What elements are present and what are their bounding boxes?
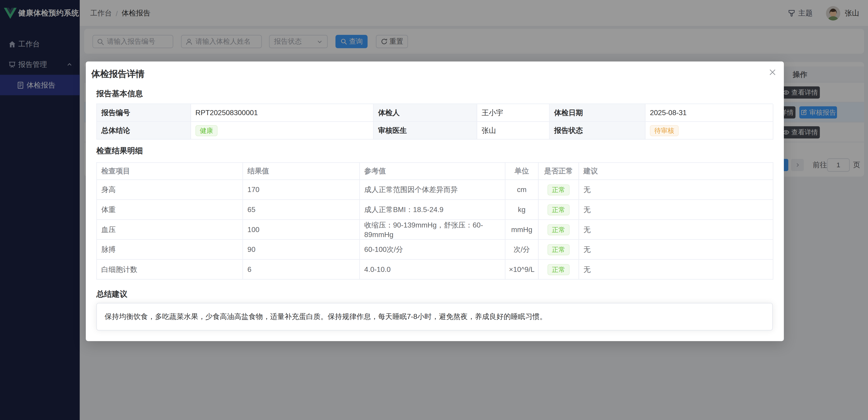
summary-section-title: 总结建议 <box>96 290 127 300</box>
reference-cell: 60-100次/分 <box>360 240 505 260</box>
close-button[interactable] <box>767 67 777 77</box>
result-row: 身高 170 成人正常范围因个体差异而异 cm 正常 无 <box>97 180 773 200</box>
value-cell: 65 <box>243 200 360 219</box>
value-cell: 6 <box>243 259 360 279</box>
item-cell: 血压 <box>97 219 243 240</box>
column-header: 建议 <box>579 162 773 180</box>
value-cell: 100 <box>243 219 360 240</box>
column-header: 单位 <box>505 162 538 180</box>
column-header: 参考值 <box>360 162 505 180</box>
column-header: 结果值 <box>243 162 360 180</box>
advice-cell: 无 <box>579 200 773 219</box>
column-header: 是否正常 <box>538 162 579 180</box>
advice-cell: 无 <box>579 259 773 279</box>
date-value: 2025-08-31 <box>646 104 773 122</box>
result-row: 体重 65 成人正常BMI：18.5-24.9 kg 正常 无 <box>97 200 773 219</box>
report-no-value: RPT202508300001 <box>191 104 374 122</box>
unit-cell: kg <box>505 200 538 219</box>
normal-badge: 正常 <box>548 224 569 235</box>
results-section-title: 检查结果明细 <box>96 146 143 156</box>
field-label: 审核医生 <box>374 122 477 140</box>
unit-cell: mmHg <box>505 219 538 240</box>
value-cell: 170 <box>243 180 360 200</box>
field-label: 体检人 <box>374 104 477 122</box>
person-value: 王小宇 <box>477 104 550 122</box>
health-status-badge: 健康 <box>195 125 217 136</box>
normal-badge: 正常 <box>548 244 569 255</box>
report-status-value: 待审核 <box>646 122 773 140</box>
normal-cell: 正常 <box>538 200 579 219</box>
advice-cell: 无 <box>579 180 773 200</box>
item-cell: 身高 <box>97 180 243 200</box>
result-row: 白细胞计数 6 4.0-10.0 ×10^9/L 正常 无 <box>97 259 773 279</box>
result-row: 血压 100 收缩压：90-139mmHg，舒张压：60-89mmHg mmHg… <box>97 219 773 240</box>
normal-cell: 正常 <box>538 240 579 260</box>
results-header-row: 检查项目 结果值 参考值 单位 是否正常 建议 <box>97 162 773 180</box>
reference-cell: 收缩压：90-139mmHg，舒张压：60-89mmHg <box>360 219 505 240</box>
unit-cell: ×10^9/L <box>505 259 538 279</box>
normal-badge: 正常 <box>548 184 569 195</box>
field-label: 总体结论 <box>97 122 191 140</box>
reference-cell: 成人正常范围因个体差异而异 <box>360 180 505 200</box>
normal-cell: 正常 <box>538 180 579 200</box>
normal-badge: 正常 <box>548 264 569 275</box>
unit-cell: 次/分 <box>505 240 538 260</box>
report-detail-dialog: 体检报告详情 报告基本信息 报告编号 RPT202508300001 体检人 王… <box>86 61 784 341</box>
item-cell: 白细胞计数 <box>97 259 243 279</box>
reference-cell: 4.0-10.0 <box>360 259 505 279</box>
summary-text: 保持均衡饮食，多吃蔬菜水果，少食高油高盐食物，适量补充蛋白质。保持规律作息，每天… <box>105 312 547 322</box>
item-cell: 脉搏 <box>97 240 243 260</box>
app-root: 健康体检预约系统 工作台 报告管理 <box>0 0 868 420</box>
summary-box: 保持均衡饮食，多吃蔬菜水果，少食高油高盐食物，适量补充蛋白质。保持规律作息，每天… <box>96 303 773 331</box>
normal-badge: 正常 <box>548 204 569 215</box>
advice-cell: 无 <box>579 240 773 260</box>
field-label: 报告编号 <box>97 104 191 122</box>
field-label: 体检日期 <box>550 104 646 122</box>
field-label: 报告状态 <box>550 122 646 140</box>
normal-cell: 正常 <box>538 259 579 279</box>
pending-review-badge: 待审核 <box>650 125 679 136</box>
basic-info-grid: 报告编号 RPT202508300001 体检人 王小宇 体检日期 2025-0… <box>96 103 773 140</box>
column-header: 检查项目 <box>97 162 243 180</box>
doctor-value: 张山 <box>477 122 550 140</box>
reference-cell: 成人正常BMI：18.5-24.9 <box>360 200 505 219</box>
advice-cell: 无 <box>579 219 773 240</box>
unit-cell: cm <box>505 180 538 200</box>
close-icon <box>769 68 776 76</box>
item-cell: 体重 <box>97 200 243 219</box>
dialog-title: 体检报告详情 <box>91 69 145 80</box>
value-cell: 90 <box>243 240 360 260</box>
results-table: 检查项目 结果值 参考值 单位 是否正常 建议 身高 170 成人正常范围因个体… <box>96 162 773 280</box>
conclusion-value: 健康 <box>191 122 374 140</box>
result-row: 脉搏 90 60-100次/分 次/分 正常 无 <box>97 240 773 260</box>
normal-cell: 正常 <box>538 219 579 240</box>
basic-info-section-title: 报告基本信息 <box>96 89 143 99</box>
